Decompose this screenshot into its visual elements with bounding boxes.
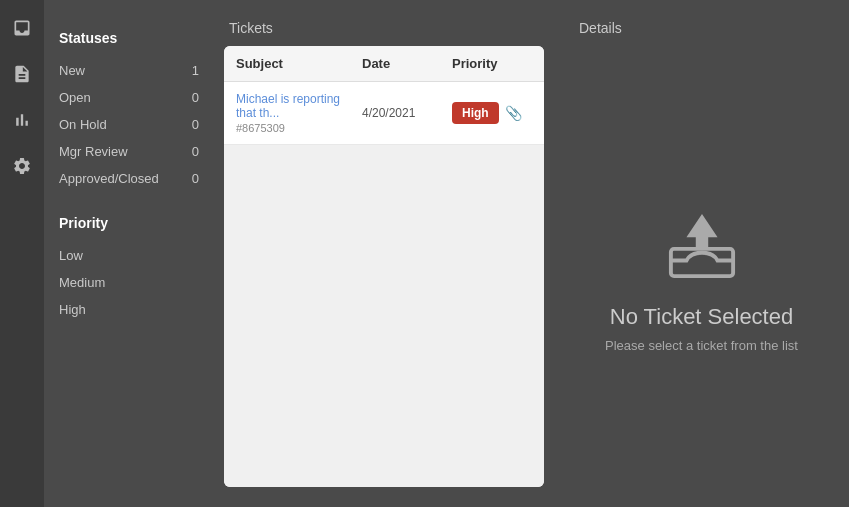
status-onhold-count: 0	[192, 117, 199, 132]
details-panel-header: Details	[574, 20, 829, 36]
status-mgrreview-count: 0	[192, 144, 199, 159]
col-date: Date	[362, 56, 452, 71]
left-panel: Statuses New 1 Open 0 On Hold 0 Mgr Revi…	[44, 0, 214, 507]
col-subject: Subject	[236, 56, 362, 71]
status-approved-count: 0	[192, 171, 199, 186]
status-mgrreview-label: Mgr Review	[59, 144, 128, 159]
status-mgrreview[interactable]: Mgr Review 0	[59, 141, 199, 162]
ticket-priority-cell: High 📎	[452, 102, 532, 124]
status-onhold-label: On Hold	[59, 117, 107, 132]
status-new-count: 1	[192, 63, 199, 78]
priority-high[interactable]: High	[59, 299, 199, 320]
tickets-panel: Tickets Subject Date Priority Michael is…	[224, 20, 544, 487]
tickets-panel-header: Tickets	[224, 20, 544, 36]
status-approved-label: Approved/Closed	[59, 171, 159, 186]
svg-marker-1	[686, 214, 717, 249]
icon-sidebar	[0, 0, 44, 507]
inbox-nav-icon[interactable]	[4, 10, 40, 46]
status-open[interactable]: Open 0	[59, 87, 199, 108]
ticket-id: #8675309	[236, 122, 362, 134]
status-onhold[interactable]: On Hold 0	[59, 114, 199, 135]
document-nav-icon[interactable]	[4, 56, 40, 92]
no-ticket-icon	[662, 210, 742, 284]
details-content: No Ticket Selected Please select a ticke…	[574, 76, 829, 487]
ticket-subject: Michael is reporting that th... #8675309	[236, 92, 362, 134]
status-new-label: New	[59, 63, 85, 78]
table-header: Subject Date Priority	[224, 46, 544, 82]
priority-badge-high: High	[452, 102, 499, 124]
main-content: Tickets Subject Date Priority Michael is…	[214, 0, 849, 507]
attachment-icon: 📎	[505, 105, 522, 121]
tickets-table: Subject Date Priority Michael is reporti…	[224, 46, 544, 487]
status-new[interactable]: New 1	[59, 60, 199, 81]
ticket-date: 4/20/2021	[362, 106, 452, 120]
col-priority: Priority	[452, 56, 532, 71]
status-open-count: 0	[192, 90, 199, 105]
chart-nav-icon[interactable]	[4, 102, 40, 138]
priority-low[interactable]: Low	[59, 245, 199, 266]
priority-medium[interactable]: Medium	[59, 272, 199, 293]
ticket-row-empty	[224, 145, 544, 487]
statuses-title: Statuses	[59, 30, 199, 46]
status-approved[interactable]: Approved/Closed 0	[59, 168, 199, 189]
ticket-subject-text: Michael is reporting that th...	[236, 92, 362, 120]
settings-nav-icon[interactable]	[4, 148, 40, 184]
no-ticket-title: No Ticket Selected	[610, 304, 793, 330]
priority-title: Priority	[59, 215, 199, 231]
ticket-row[interactable]: Michael is reporting that th... #8675309…	[224, 82, 544, 145]
no-ticket-subtitle: Please select a ticket from the list	[605, 338, 798, 353]
details-panel: Details No Ticket Selected Please select…	[544, 20, 829, 487]
status-open-label: Open	[59, 90, 91, 105]
